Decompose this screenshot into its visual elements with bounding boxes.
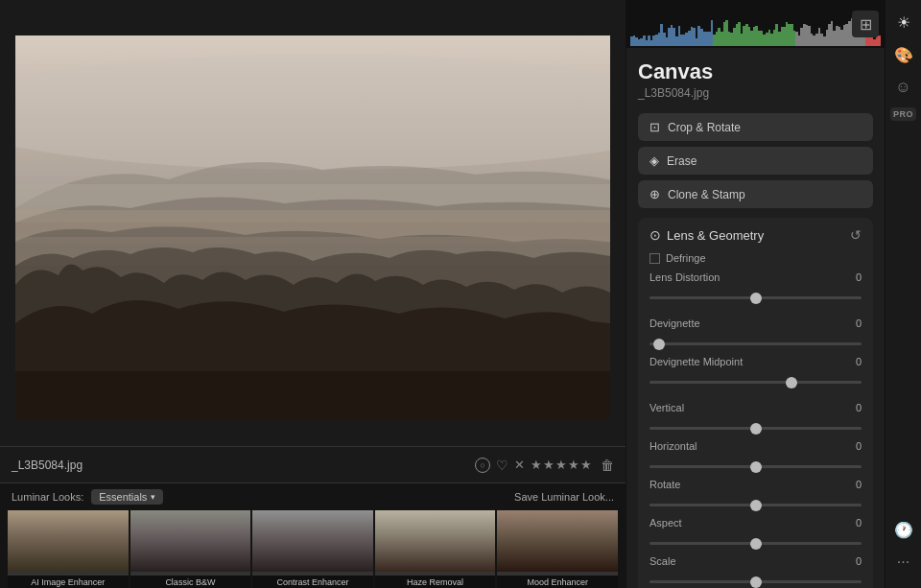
lens-distortion-slider[interactable]	[649, 296, 862, 299]
rotate-label: Rotate	[649, 479, 680, 490]
essentials-label: Essentials	[99, 491, 147, 503]
histogram-area: ⊞	[626, 0, 885, 48]
film-thumbnail[interactable]: Contrast Enhancer	[252, 510, 373, 588]
filmstrip-header: Luminar Looks: Essentials ▾ Save Luminar…	[0, 483, 626, 510]
vertical-slider-row: Vertical 0	[649, 402, 862, 434]
scale-slider[interactable]	[649, 580, 862, 583]
crop-rotate-button[interactable]: ⊡ Crop & Rotate	[638, 113, 873, 141]
devignette-slider[interactable]	[649, 342, 862, 345]
lens-icon: ⊙	[649, 227, 661, 243]
devignette-midpoint-slider-row: Devignette Midpoint 0	[649, 356, 862, 388]
right-panel: ⊞ Canvas _L3B5084.jpg ⊡ Crop & Rotate ◈ …	[626, 0, 885, 588]
film-thumbnail[interactable]: Classic B&W	[130, 510, 251, 588]
scale-value: 0	[856, 555, 862, 567]
crop-rotate-icon: ⊡	[649, 120, 660, 134]
film-thumb-image	[375, 510, 496, 572]
aspect-slider-row: Aspect 0	[649, 517, 862, 549]
pro-badge: PRO	[890, 107, 916, 121]
aspect-value: 0	[856, 517, 862, 529]
chevron-down-icon: ▾	[151, 492, 155, 502]
rating-controls: ○ ♡ ✕ ★★★★★	[475, 458, 593, 473]
defringe-row: Defringe	[649, 252, 862, 264]
filmstrip: Luminar Looks: Essentials ▾ Save Luminar…	[0, 482, 626, 588]
horizontal-slider[interactable]	[649, 465, 862, 468]
reject-icon[interactable]: ✕	[514, 458, 525, 472]
horizontal-value: 0	[856, 440, 862, 452]
film-thumb-image	[8, 510, 129, 572]
devignette-midpoint-value: 0	[856, 356, 862, 367]
face-portrait-icon[interactable]: ☺	[889, 73, 918, 102]
film-thumbnail[interactable]: Haze Removal	[375, 510, 496, 588]
devignette-label: Devignette	[649, 318, 700, 329]
palette-creative-icon[interactable]: 🎨	[889, 40, 918, 69]
main-area: _L3B5084.jpg ○ ♡ ✕ ★★★★★ 🗑 Luminar Looks…	[0, 0, 626, 588]
clone-stamp-label: Clone & Stamp	[668, 188, 745, 201]
main-image	[15, 35, 610, 419]
heart-icon[interactable]: ♡	[496, 458, 508, 473]
canvas-panel[interactable]: Canvas _L3B5084.jpg ⊡ Crop & Rotate ◈ Er…	[626, 48, 885, 588]
toolbar-icon-grid[interactable]: ⊞	[852, 11, 879, 37]
film-thumbnail[interactable]: AI Image Enhancer	[8, 510, 129, 588]
delete-icon[interactable]: 🗑	[601, 458, 614, 473]
lens-geometry-section: ⊙ Lens & Geometry ↺ Defringe Lens Distor…	[638, 218, 873, 588]
film-thumb-label: Mood Enhancer	[497, 576, 618, 588]
defringe-label: Defringe	[666, 252, 706, 264]
film-thumbnail[interactable]: Mood Enhancer	[497, 510, 618, 588]
horizontal-label: Horizontal	[649, 440, 697, 452]
vertical-label: Vertical	[649, 402, 684, 413]
devignette-midpoint-label: Devignette Midpoint	[649, 356, 743, 367]
vertical-value: 0	[856, 402, 862, 413]
crop-rotate-label: Crop & Rotate	[668, 121, 741, 134]
defringe-checkbox[interactable]	[649, 253, 660, 264]
film-thumb-label: Haze Removal	[375, 576, 496, 588]
image-container	[0, 0, 626, 446]
film-thumb-image	[497, 510, 618, 572]
rotate-value: 0	[856, 479, 862, 490]
rotate-slider-row: Rotate 0	[649, 479, 862, 510]
lens-header: ⊙ Lens & Geometry ↺	[649, 227, 862, 243]
film-thumb-image	[130, 510, 251, 572]
horizontal-slider-row: Horizontal 0	[649, 440, 862, 472]
more-options-icon[interactable]: ···	[889, 548, 918, 576]
image-statusbar: _L3B5084.jpg ○ ♡ ✕ ★★★★★ 🗑	[0, 446, 626, 482]
image-filename: _L3B5084.jpg	[12, 459, 467, 472]
erase-button[interactable]: ◈ Erase	[638, 147, 873, 175]
clone-stamp-icon: ⊕	[649, 187, 660, 201]
devignette-value: 0	[856, 318, 862, 329]
erase-label: Erase	[667, 154, 697, 168]
histogram-bar	[878, 35, 881, 46]
film-thumb-label: Classic B&W	[130, 576, 251, 588]
devignette-slider-row: Devignette 0	[649, 318, 862, 349]
clone-stamp-button[interactable]: ⊕ Clone & Stamp	[638, 180, 873, 208]
scale-label: Scale	[649, 555, 676, 567]
canvas-filename-label: _L3B5084.jpg	[638, 86, 873, 100]
svg-rect-5	[15, 371, 610, 419]
sun-adjustments-icon[interactable]: ☀	[889, 8, 918, 36]
vertical-slider[interactable]	[649, 427, 862, 430]
film-thumb-label: AI Image Enhancer	[8, 576, 129, 588]
histogram-bars	[630, 6, 881, 46]
lens-distortion-slider-row: Lens Distortion 0	[649, 271, 862, 303]
circle-rating-icon[interactable]: ○	[475, 458, 490, 473]
lens-reset-button[interactable]: ↺	[850, 227, 862, 243]
aspect-label: Aspect	[649, 517, 682, 529]
essentials-dropdown-button[interactable]: Essentials ▾	[91, 489, 163, 505]
lens-geometry-title: Lens & Geometry	[667, 228, 850, 243]
lens-distortion-label: Lens Distortion	[649, 271, 720, 283]
scale-slider-row: Scale 0	[649, 555, 862, 587]
stars-rating[interactable]: ★★★★★	[531, 458, 593, 472]
erase-icon: ◈	[649, 153, 659, 168]
lens-distortion-value: 0	[856, 271, 862, 283]
side-icons-panel: ☀ 🎨 ☺ PRO 🕐 ···	[885, 0, 921, 588]
svg-point-1	[15, 55, 610, 170]
save-luminar-look-button[interactable]: Save Luminar Look...	[514, 491, 614, 503]
rotate-slider[interactable]	[649, 504, 862, 506]
devignette-midpoint-slider[interactable]	[649, 381, 862, 384]
luminar-looks-label: Luminar Looks:	[12, 491, 83, 503]
film-thumb-label: Contrast Enhancer	[252, 576, 373, 588]
aspect-slider[interactable]	[649, 542, 862, 545]
film-thumb-image	[252, 510, 373, 572]
history-clock-icon[interactable]: 🕐	[889, 515, 918, 544]
canvas-title: Canvas	[638, 59, 873, 84]
filmstrip-images: AI Image EnhancerClassic B&WContrast Enh…	[0, 510, 626, 588]
